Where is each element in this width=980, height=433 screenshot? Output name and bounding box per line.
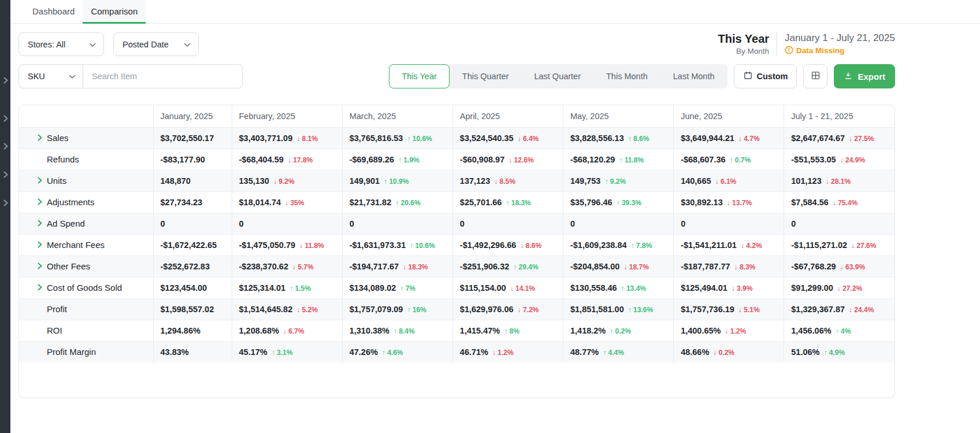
main-area: DashboardComparison Stores: All Posted D…: [10, 0, 980, 398]
cell-value: $3,765,816.53: [350, 134, 403, 143]
delta-down-badge: ↓ 6.7%: [283, 327, 305, 335]
cell-value: $1,598,557.02: [161, 305, 214, 314]
dropdown-stores-all[interactable]: Stores: All: [18, 32, 104, 56]
expand-chevron-icon[interactable]: [38, 220, 47, 227]
sku-select[interactable]: SKU: [18, 64, 83, 88]
expand-chevron-icon[interactable]: [38, 284, 47, 291]
cell-value: $30,892.13: [681, 198, 723, 207]
metric-cell: -$51,553.05↓ 24.9%: [784, 149, 894, 170]
delta-down-badge: ↓ 8.3%: [734, 263, 756, 271]
metric-cell: 1,456.06%↑ 4%: [784, 320, 894, 341]
dropdown-value: Posted Date: [122, 40, 169, 49]
delta-down-badge: ↓ 18.3%: [403, 263, 428, 271]
comparison-table-card: January, 2025February, 2025March, 2025Ap…: [18, 105, 895, 398]
cell-value: 135,130: [239, 176, 269, 186]
expand-chevron-icon[interactable]: [38, 262, 47, 269]
metric-cell: 43.83%: [153, 341, 232, 362]
row-label: Sales: [47, 133, 69, 143]
period-button-this-month[interactable]: This Month: [593, 64, 660, 88]
cell-value: -$251,906.32: [460, 262, 509, 271]
header-row: January, 2025February, 2025March, 2025Ap…: [19, 105, 894, 127]
grid-view-button[interactable]: [803, 64, 827, 88]
metric-cell: $7,584.56↓ 75.4%: [784, 191, 894, 213]
dropdown-posted-date[interactable]: Posted Date: [113, 32, 199, 56]
cell-value: $130,558.46: [570, 283, 617, 293]
metric-cell: 101,123↓ 28.1%: [784, 170, 894, 191]
row-label: Units: [47, 176, 66, 186]
delta-down-badge: ↓ 4.2%: [741, 242, 762, 250]
metric-cell: $18,014.74↓ 35%: [232, 191, 342, 213]
panel-toggle-chevron-icon[interactable]: [2, 171, 9, 179]
cell-value: $1,629,976.06: [460, 305, 514, 314]
metric-cell: 0: [563, 213, 673, 234]
delta-up-badge: ↑ 8%: [504, 327, 519, 335]
delta-up-badge: ↑ 7.8%: [631, 242, 652, 250]
cell-value: -$1,631,973.31: [350, 240, 406, 250]
custom-date-button[interactable]: Custom: [734, 64, 797, 88]
cell-value: $21,731.82: [350, 198, 392, 207]
delta-up-badge: ↑ 7%: [400, 284, 415, 293]
metric-cell: $1,757,079.09↑ 16%: [342, 298, 452, 320]
left-collapsed-rail: [0, 0, 10, 433]
expand-chevron-icon[interactable]: [38, 134, 47, 141]
table-row: Profit Margin43.83%45.17%↑ 3.1%47.26%↑ 4…: [19, 341, 894, 362]
row-label-cell[interactable]: Other Fees: [19, 256, 153, 277]
period-summary-left: This Year By Month: [718, 32, 770, 55]
data-missing-warning: Data Missing: [785, 46, 895, 56]
metric-cell: $123,454.00: [153, 277, 232, 298]
delta-down-badge: ↓ 27.6%: [851, 242, 876, 250]
tab-comparison[interactable]: Comparison: [83, 0, 146, 24]
metric-cell: $134,089.02↑ 7%: [342, 277, 452, 298]
metric-cell: -$251,906.32↑ 29.4%: [452, 256, 563, 277]
row-label-cell: Profit: [19, 298, 153, 320]
metric-cell: -$238,370.62↓ 5.7%: [232, 256, 342, 277]
row-label-cell[interactable]: Merchant Fees: [19, 234, 153, 256]
sku-select-value: SKU: [28, 72, 45, 81]
metric-cell: -$187,787.77↓ 8.3%: [674, 256, 784, 277]
month-column-header: February, 2025: [232, 105, 342, 127]
cell-value: -$1,475,050.79: [239, 240, 296, 250]
panel-toggle-chevron-icon[interactable]: [2, 199, 9, 207]
panel-toggle-chevron-icon[interactable]: [2, 76, 9, 84]
cell-value: 48.77%: [570, 347, 599, 357]
period-button-last-month[interactable]: Last Month: [660, 64, 727, 88]
expand-chevron-icon[interactable]: [38, 198, 47, 205]
metric-cell: -$1,115,271.02↓ 27.6%: [784, 234, 894, 256]
expand-chevron-icon[interactable]: [38, 241, 47, 248]
delta-up-badge: ↑ 4.6%: [382, 349, 403, 357]
panel-toggle-chevron-icon[interactable]: [2, 142, 9, 150]
delta-up-badge: ↑ 10.6%: [410, 242, 435, 250]
tab-dashboard[interactable]: Dashboard: [24, 0, 83, 24]
panel-toggle-chevron-icon[interactable]: [2, 114, 9, 123]
cell-value: $35,796.46: [570, 198, 612, 207]
export-button[interactable]: Export: [834, 64, 895, 88]
cell-value: $3,702,550.17: [161, 134, 214, 143]
metric-cell: $35,796.46↑ 39.3%: [563, 191, 673, 213]
cell-value: $2,647,674.67: [791, 134, 845, 143]
metric-cell: 46.71%↓ 1.2%: [452, 341, 563, 362]
cell-value: 0: [350, 219, 354, 228]
search-input[interactable]: [83, 64, 243, 88]
delta-down-badge: ↓ 5.7%: [292, 263, 314, 271]
period-button-this-year[interactable]: This Year: [389, 64, 449, 88]
period-button-last-quarter[interactable]: Last Quarter: [521, 64, 593, 88]
cell-value: $18,014.74: [239, 198, 281, 207]
row-label-cell[interactable]: Cost of Goods Sold: [19, 277, 153, 298]
row-label-cell[interactable]: Units: [19, 170, 153, 191]
cell-value: $123,454.00: [161, 283, 207, 293]
delta-up-badge: ↑ 29.4%: [513, 263, 538, 271]
metric-cell: 0: [784, 213, 894, 234]
row-label-cell: Refunds: [19, 149, 153, 170]
row-label-cell[interactable]: Ad Spend: [19, 213, 153, 234]
cell-value: -$83,177.90: [161, 155, 205, 164]
row-label-cell[interactable]: Adjustments: [19, 191, 153, 213]
expand-chevron-icon[interactable]: [38, 177, 47, 184]
delta-down-badge: ↓ 27.5%: [849, 135, 874, 143]
metric-cell: $3,403,771.09↓ 8.1%: [232, 127, 342, 149]
delta-down-badge: ↓ 8.5%: [494, 177, 515, 186]
delta-down-badge: ↓ 8.6%: [520, 242, 541, 250]
period-summary-right: January 1 - July 21, 2025 Data Missing: [785, 32, 895, 56]
row-label-cell[interactable]: Sales: [19, 127, 153, 149]
period-button-this-quarter[interactable]: This Quarter: [450, 64, 522, 88]
metric-cell: 140,665↓ 6.1%: [674, 170, 784, 191]
